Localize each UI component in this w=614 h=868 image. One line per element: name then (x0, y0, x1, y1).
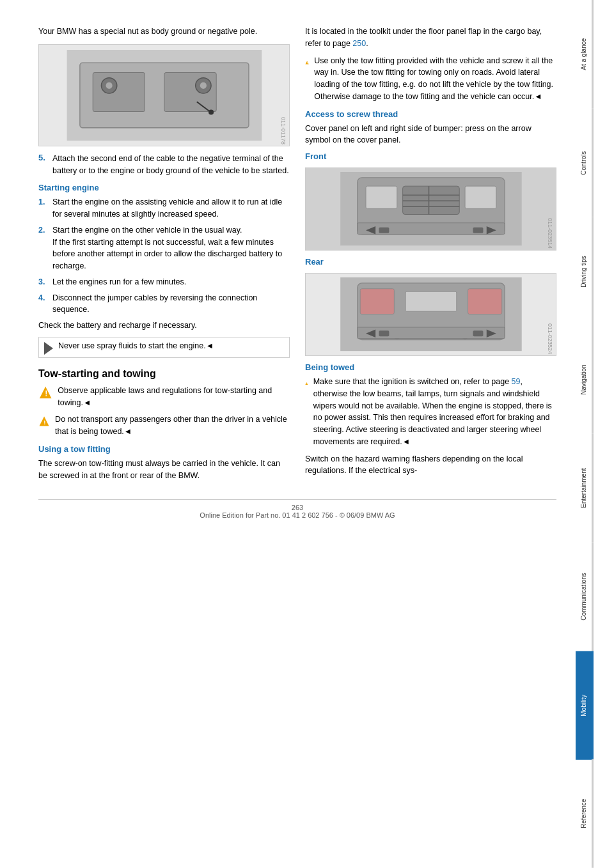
step2: 2. Start the engine on the other vehicle… (38, 224, 290, 272)
svg-rect-26 (379, 228, 389, 233)
svg-point-5 (106, 82, 112, 88)
using-tow-text: The screw-on tow-fitting must always be … (38, 458, 290, 482)
warning-box-1: ! Observe applicable laws and regulation… (38, 385, 290, 409)
rear-bumper-image: 011-023524 (305, 273, 556, 356)
note-triangle-icon (44, 342, 53, 355)
access-text: Cover panel on left and right side of bu… (305, 123, 556, 147)
step4-text: Disconnect the jumper cables by reversin… (52, 292, 290, 316)
sidebar-tab-communications[interactable]: Communications (576, 543, 594, 651)
using-tow-heading: Using a tow fitting (38, 444, 290, 454)
svg-rect-3 (164, 72, 216, 111)
step4-num: 4. (38, 292, 49, 316)
right-intro-text: It is located in the toolkit under the f… (305, 26, 556, 50)
step2-num: 2. (38, 224, 49, 272)
page-ref-250[interactable]: 250 (352, 39, 366, 48)
sidebar: At a glanceControlsDriving tipsNavigatio… (576, 0, 594, 868)
svg-rect-27 (473, 228, 483, 233)
step5-item: 5. Attach the second end of the cable to… (38, 153, 290, 177)
intro-text: Your BMW has a special nut as body groun… (38, 26, 290, 38)
being-towed-warning-icon: ! (305, 376, 308, 391)
svg-rect-34 (405, 292, 457, 312)
sidebar-tab-at-a-glance[interactable]: At a glance (576, 0, 594, 109)
step5-number: 5. (38, 153, 49, 177)
svg-rect-22 (428, 187, 429, 215)
step4: 4. Disconnect the jumper cables by rever… (38, 292, 290, 316)
svg-text:!: ! (45, 389, 47, 398)
page-number: 263 (292, 504, 303, 511)
step1-num: 1. (38, 196, 49, 221)
step2-text: Start the engine on the other vehicle in… (52, 224, 290, 272)
battery-image: 011-01178 (38, 44, 290, 146)
right-column: It is located in the toolkit under the f… (305, 26, 556, 486)
warning-box-right: ! Use only the tow fitting provided with… (305, 55, 556, 103)
warning-icon-2: ! (38, 414, 50, 429)
sidebar-tab-controls[interactable]: Controls (576, 109, 594, 217)
footer-text: Online Edition for Part no. 01 41 2 602 … (200, 511, 395, 519)
page-footer: 263 Online Edition for Part no. 01 41 2 … (38, 499, 556, 519)
rear-label: Rear (305, 257, 556, 267)
svg-rect-19 (402, 195, 459, 196)
svg-rect-33 (468, 289, 501, 314)
note-text: Never use spray fluids to start the engi… (58, 340, 214, 352)
rear-image-watermark: 011-023524 (547, 323, 553, 354)
step3-num: 3. (38, 276, 49, 288)
sidebar-tab-reference[interactable]: Reference (576, 759, 594, 868)
note-box: Never use spray fluids to start the engi… (38, 337, 290, 358)
svg-text:!: ! (43, 419, 45, 426)
step3: 3. Let the engines run for a few minutes… (38, 276, 290, 288)
svg-point-9 (209, 109, 214, 114)
svg-text:!: ! (307, 61, 308, 64)
sidebar-tab-navigation[interactable]: Navigation (576, 325, 594, 434)
starting-steps-list: 1. Start the engine on the assisting veh… (38, 196, 290, 316)
step1: 1. Start the engine on the assisting veh… (38, 196, 290, 221)
access-heading: Access to screw thread (305, 109, 556, 119)
svg-rect-38 (379, 331, 389, 337)
warning-icon-1: ! (38, 385, 52, 400)
front-image-watermark: 011-023514 (547, 218, 553, 249)
image-watermark: 011-01178 (280, 117, 287, 144)
svg-rect-2 (93, 72, 145, 111)
svg-point-7 (200, 82, 206, 88)
front-label: Front (305, 151, 556, 161)
left-column: Your BMW has a special nut as body groun… (38, 26, 290, 486)
front-bumper-image: 011-023514 (305, 167, 556, 251)
step1-text: Start the engine on the assisting vehicl… (52, 196, 290, 221)
sidebar-tab-mobility[interactable]: Mobility (576, 651, 594, 760)
being-towed-warning-box: ! Make sure that the ignition is switche… (305, 376, 556, 448)
warning-icon-right: ! (305, 55, 309, 70)
svg-rect-23 (366, 187, 397, 209)
warning-box-2: ! Do not transport any passengers other … (38, 414, 290, 438)
svg-rect-20 (402, 201, 459, 202)
being-towed-warning-text: Make sure that the ignition is switched … (313, 376, 556, 448)
sidebar-tab-entertainment[interactable]: Entertainment (576, 434, 594, 543)
step3-text: Let the engines run for a few minutes. (52, 276, 186, 288)
svg-rect-24 (465, 187, 496, 209)
warning2-text: Do not transport any passengers other th… (55, 414, 290, 438)
check-text: Check the battery and recharge if necess… (38, 320, 290, 332)
starting-engine-heading: Starting engine (38, 183, 290, 192)
warning1-text: Observe applicable laws and regulations … (58, 385, 290, 409)
step5-text: Attach the second end of the cable to th… (52, 153, 290, 177)
page-ref-59[interactable]: 59 (512, 377, 521, 386)
right-warning-text: Use only the tow fitting provided with t… (314, 55, 556, 103)
switch-text: Switch on the hazard warning flashers de… (305, 453, 556, 477)
sidebar-tab-driving-tips[interactable]: Driving tips (576, 217, 594, 326)
tow-heading: Tow-starting and towing (38, 368, 290, 380)
svg-rect-32 (360, 289, 394, 314)
svg-rect-21 (402, 206, 459, 208)
being-towed-heading: Being towed (305, 362, 556, 372)
svg-rect-39 (473, 331, 483, 337)
